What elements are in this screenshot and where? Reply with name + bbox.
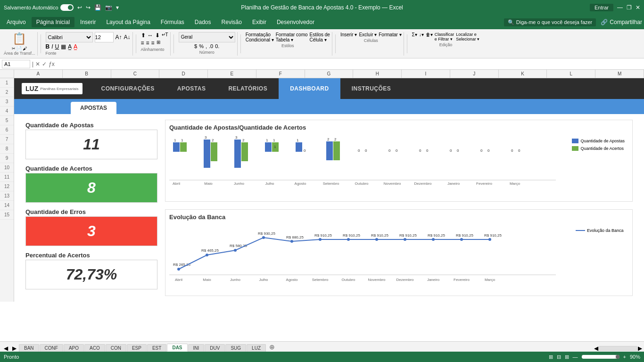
align-right-button[interactable]: ≡ <box>151 40 155 46</box>
minimize-icon[interactable]: — <box>617 4 623 11</box>
insert-function-icon[interactable]: ƒx <box>49 61 55 67</box>
dropdown-icon[interactable]: ▾ <box>116 4 119 11</box>
sort-filter-button[interactable]: Classificare Filtrar ▾ <box>435 32 454 41</box>
sheet-tab-das[interactable]: DAS <box>167 344 187 352</box>
fill-color-button[interactable]: A̲ <box>68 43 72 50</box>
comma-button[interactable]: , <box>206 43 207 49</box>
cut-button[interactable]: ✂ <box>12 46 16 51</box>
nav-apostas[interactable]: APOSTAS <box>166 78 217 99</box>
menu-pagina-inicial[interactable]: Página Inicial <box>32 17 74 27</box>
formula-input[interactable] <box>57 61 642 67</box>
sheet-tab-conf[interactable]: CONF <box>40 344 63 352</box>
conditional-format-button[interactable]: FormataçãoCondicional ▾ <box>246 32 274 42</box>
zoom-in-button[interactable]: + <box>623 354 626 360</box>
sheet-tab-esp[interactable]: ESP <box>127 344 147 352</box>
decrease-font-icon[interactable]: A↓ <box>124 34 131 41</box>
autosum-button[interactable]: Σ▾ <box>412 32 417 41</box>
number-format-select[interactable]: Geral <box>179 32 235 42</box>
col-header-i[interactable]: I <box>402 70 450 78</box>
sub-nav-apostas[interactable]: APOSTAS <box>71 102 116 114</box>
bold-button[interactable]: B <box>46 43 50 50</box>
zoom-slider[interactable] <box>582 355 619 359</box>
share-button[interactable]: 🔗 Compartilhar <box>601 19 642 25</box>
save-icon[interactable]: 💾 <box>94 4 101 11</box>
align-bottom-button[interactable]: ⬇ <box>155 32 160 39</box>
sheet-tab-con[interactable]: CON <box>106 344 126 352</box>
scroll-left-button[interactable]: ◀ <box>594 345 598 352</box>
sheet-tab-luz[interactable]: LUZ <box>247 344 266 352</box>
camera-icon[interactable]: 📷 <box>105 4 112 11</box>
scroll-track[interactable] <box>599 346 637 351</box>
col-header-j[interactable]: J <box>450 70 499 78</box>
col-header-e[interactable]: E <box>208 70 256 78</box>
menu-exibir[interactable]: Exibir <box>248 17 271 27</box>
menu-revisao[interactable]: Revisão <box>217 17 247 27</box>
col-header-g[interactable]: G <box>305 70 354 78</box>
find-select-button[interactable]: Localizar eSelecionar ▾ <box>456 32 479 41</box>
cell-reference-input[interactable] <box>2 60 30 68</box>
align-center-button[interactable]: ≡ <box>146 40 149 46</box>
horizontal-scrollbar[interactable]: ◀ ▶ <box>594 345 642 352</box>
decrease-decimal-button[interactable]: 0. <box>215 43 219 49</box>
restore-icon[interactable]: ❐ <box>627 4 632 11</box>
menu-inserir[interactable]: Inserir <box>75 17 100 27</box>
col-header-k[interactable]: K <box>499 70 547 78</box>
sheet-tab-duv[interactable]: DUV <box>205 344 225 352</box>
sheet-tab-apo[interactable]: APO <box>64 344 84 352</box>
col-header-c[interactable]: C <box>111 70 160 78</box>
wrap-text-button[interactable]: ↵T <box>162 32 168 39</box>
cell-styles-button[interactable]: Estilos deCélula ▾ <box>310 32 330 42</box>
sheet-tab-ini[interactable]: INI <box>188 344 205 352</box>
confirm-formula-icon[interactable]: ✓ <box>42 61 47 67</box>
autosave-toggle[interactable] <box>60 4 74 11</box>
sheet-tab-ban[interactable]: BAN <box>19 344 39 352</box>
close-icon[interactable]: ✕ <box>636 4 640 11</box>
sheet-tab-est[interactable]: EST <box>147 344 166 352</box>
sheet-tab-aco[interactable]: ACO <box>84 344 105 352</box>
col-header-f[interactable]: F <box>256 70 305 78</box>
percent-button[interactable]: % <box>199 43 204 49</box>
col-header-d[interactable]: D <box>159 70 208 78</box>
col-header-b[interactable]: B <box>63 70 111 78</box>
font-family-select[interactable]: Calibri <box>46 32 93 42</box>
add-sheet-button[interactable]: ⊕ <box>266 342 278 352</box>
nav-relatorios[interactable]: RELATÓRIOS <box>217 78 279 99</box>
view-page-layout-icon[interactable]: ⊞ <box>565 354 569 360</box>
underline-button[interactable]: U <box>55 43 59 50</box>
menu-dados[interactable]: Dados <box>190 17 216 27</box>
tab-nav-left[interactable]: ◀ <box>2 345 10 352</box>
border-button[interactable]: ▦ <box>61 43 66 50</box>
nav-dashboard[interactable]: DASHBOARD <box>279 78 340 99</box>
cancel-formula-icon[interactable]: ✕ <box>35 61 40 67</box>
increase-decimal-button[interactable]: .0 <box>209 43 213 49</box>
align-middle-button[interactable]: ↔ <box>148 32 153 39</box>
align-left-button[interactable]: ≡ <box>141 40 144 46</box>
col-header-m[interactable]: M <box>595 70 644 78</box>
scroll-right-button[interactable]: ▶ <box>638 345 642 352</box>
redo-icon[interactable]: ↪ <box>86 4 91 11</box>
login-button[interactable]: Entrar <box>590 4 613 11</box>
undo-icon[interactable]: ↩ <box>77 4 82 11</box>
zoom-out-button[interactable]: — <box>573 354 578 360</box>
col-header-h[interactable]: H <box>353 70 402 78</box>
menu-layout[interactable]: Layout da Página <box>101 17 155 27</box>
format-table-button[interactable]: Formatar comoTabela ▾ <box>276 32 308 42</box>
tab-nav-right[interactable]: ▶ <box>10 345 18 352</box>
clear-button[interactable]: 🗑▾ <box>426 32 433 41</box>
view-page-break-icon[interactable]: ⊟ <box>557 354 561 360</box>
insert-button[interactable]: Inserir ▾ <box>340 32 357 37</box>
nav-configuracoes[interactable]: CONFIGURAÇÕES <box>90 78 166 99</box>
col-header-l[interactable]: L <box>547 70 595 78</box>
increase-font-icon[interactable]: A↑ <box>116 34 122 41</box>
format-painter-button[interactable]: 🖌 <box>23 46 27 51</box>
zoom-slider-thumb[interactable] <box>616 355 619 359</box>
view-normal-icon[interactable]: ⊞ <box>549 354 553 360</box>
font-color-button[interactable]: A̲ <box>74 43 77 50</box>
fill-button[interactable]: ↓▾ <box>419 32 424 41</box>
menu-arquivo[interactable]: Arquivo <box>2 17 31 27</box>
col-header-a[interactable]: A <box>14 70 63 78</box>
menu-desenvolvedor[interactable]: Desenvolvedor <box>272 17 319 27</box>
menu-formulas[interactable]: Fórmulas <box>156 17 189 27</box>
copy-button[interactable]: 📄 <box>17 46 22 51</box>
delete-button[interactable]: Excluir ▾ <box>359 32 377 37</box>
